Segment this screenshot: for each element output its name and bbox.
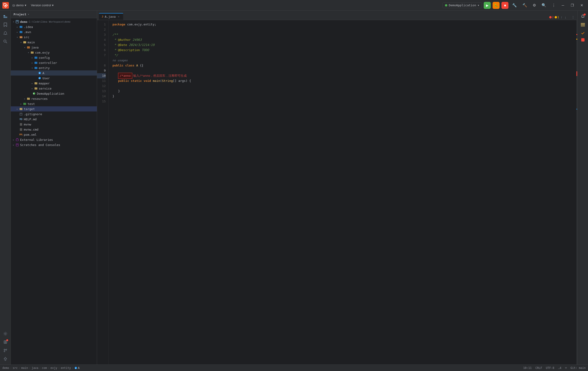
- close-button[interactable]: ✕: [578, 2, 586, 8]
- folder-icon: [30, 51, 34, 54]
- run-config-selector[interactable]: DemoApplication ▾: [442, 2, 482, 8]
- breadcrumb-current[interactable]: AA: [74, 366, 80, 370]
- run-button[interactable]: ▶: [484, 2, 491, 9]
- breadcrumb-item[interactable]: entity: [61, 366, 71, 370]
- tree-item-demo[interactable]: ▾ demo C:\Code\Idea Workspace\demo: [11, 19, 97, 24]
- nav-up-button[interactable]: ↑: [560, 15, 563, 20]
- tree-item-mapper[interactable]: ▸ mapper: [11, 81, 97, 86]
- tools-button[interactable]: 🔧: [510, 2, 519, 8]
- tree-item-java[interactable]: ▾ java: [11, 45, 97, 50]
- stop-button[interactable]: ■: [501, 2, 508, 9]
- libraries-icon: [15, 138, 19, 142]
- tree-item-idea[interactable]: ▸ .idea: [11, 24, 97, 29]
- sidebar-icon-git[interactable]: [2, 347, 9, 354]
- tree-arrow: ▸: [23, 97, 27, 101]
- project-panel-title: Project: [13, 13, 26, 16]
- version-control-menu[interactable]: Version control ▾: [30, 3, 55, 8]
- entity-icon: [34, 66, 38, 70]
- editor-area: J A.java ✕ 2 1 ↑ ↓ ⋮: [97, 11, 577, 364]
- code-editor[interactable]: 1 2 3 4 5 6 7 8 9 10 11 12 13 14 15 p: [97, 20, 577, 364]
- tree-item-HELP-md[interactable]: MD HELP.md: [11, 117, 97, 122]
- code-line-8: public class A {|: [113, 63, 570, 68]
- tree-item-com-evjy[interactable]: ▾ com.evjy: [11, 50, 97, 55]
- code-content[interactable]: package com.evjy.entity; /** * @Author 2…: [109, 20, 574, 364]
- tree-item-ext-libs[interactable]: ▸ External Libraries: [11, 137, 97, 142]
- tree-label: controller: [39, 61, 57, 65]
- sidebar-icon-find[interactable]: [2, 38, 9, 45]
- tree-arrow: ▸: [12, 138, 15, 142]
- src-icon: src: [19, 35, 23, 39]
- minimize-button[interactable]: ─: [559, 2, 567, 8]
- project-panel-header[interactable]: Project ▾: [11, 11, 97, 18]
- error-indicators: 2 1 ↑ ↓: [549, 15, 567, 20]
- tree-item-mvnw-cmd[interactable]: mvnw.cmd: [11, 127, 97, 132]
- tree-item-service[interactable]: ▸ service: [11, 86, 97, 91]
- git-branch[interactable]: Git: main: [570, 366, 586, 370]
- hamburger-button[interactable]: [579, 21, 587, 29]
- nav-down-button[interactable]: ↓: [564, 15, 567, 20]
- tree-arrow: ▸: [15, 25, 19, 29]
- tree-item-A[interactable]: A A: [11, 71, 97, 76]
- md-icon: MD: [19, 117, 23, 121]
- title-bar: 🗂 demo ▾ Version control ▾ DemoApplicati…: [0, 0, 588, 11]
- tree-item-mvnw[interactable]: mvnw: [11, 122, 97, 127]
- checkmark-button[interactable]: [579, 29, 587, 37]
- tree-label: test: [28, 102, 35, 106]
- code-line-13: }: [113, 89, 570, 94]
- tree-label: HELP.md: [24, 118, 37, 121]
- tab-A-java[interactable]: J A.java ✕: [99, 13, 123, 20]
- tree-arrow: [15, 123, 19, 126]
- sidebar-icon-bookmarks[interactable]: [2, 21, 9, 29]
- breadcrumb: demo › src › main › java › com › evjy › …: [2, 366, 80, 370]
- tree-item-entity[interactable]: ▾ entity: [11, 65, 97, 71]
- sidebar-icon-debug[interactable]: [2, 338, 9, 346]
- indent-setting[interactable]: ⎵4: [558, 366, 561, 370]
- project-menu[interactable]: 🗂 demo ▾: [11, 3, 28, 8]
- tree-label: mapper: [39, 82, 50, 85]
- tree-label: .gitignore: [24, 112, 42, 116]
- tree-item-DemoApplication[interactable]: D DemoApplication: [11, 91, 97, 96]
- tree-item-test[interactable]: ▸ test: [11, 101, 97, 106]
- tree-item-mvn[interactable]: ▸ .mvn: [11, 29, 97, 34]
- breadcrumb-item[interactable]: main: [21, 366, 28, 370]
- sidebar-icon-notifications[interactable]: [2, 29, 9, 37]
- svg-rect-37: [20, 128, 22, 131]
- folder-icon: [23, 102, 27, 106]
- sidebar-icon-project[interactable]: [2, 13, 9, 20]
- cursor-position[interactable]: 10:11: [523, 366, 532, 370]
- tree-item-gitignore[interactable]: .gitignore: [11, 112, 97, 117]
- code-line-6: * @Description TODO: [113, 48, 570, 53]
- tree-item-User[interactable]: U User: [11, 76, 97, 81]
- tree-item-controller[interactable]: ▸ controller: [11, 60, 97, 65]
- restore-button[interactable]: ❐: [568, 2, 576, 8]
- breadcrumb-item[interactable]: evjy: [50, 366, 57, 370]
- tab-close-button[interactable]: ✕: [117, 15, 120, 18]
- breadcrumb-item[interactable]: src: [13, 366, 18, 370]
- editor-options-button[interactable]: ⋮: [571, 15, 575, 20]
- readonly-indicator[interactable]: ⌨: [565, 366, 567, 370]
- encoding[interactable]: UTF-8: [546, 366, 554, 370]
- sidebar-icon-settings[interactable]: [2, 330, 9, 337]
- config-icon: [34, 56, 38, 60]
- debug-tools-button[interactable]: ⚙: [531, 2, 538, 8]
- sidebar-icon-deploy[interactable]: [2, 355, 9, 363]
- breadcrumb-item[interactable]: com: [42, 366, 47, 370]
- tree-label: pom.xml: [24, 133, 37, 136]
- tree-item-main[interactable]: ▾ main: [11, 40, 97, 45]
- notifications-button[interactable]: [579, 13, 587, 20]
- tree-item-resources[interactable]: ▸ resources: [11, 96, 97, 101]
- run-tools-button[interactable]: 🔨: [521, 2, 529, 8]
- line-ending[interactable]: CRLF: [535, 366, 542, 370]
- tree-item-scratches[interactable]: ▸ Scratches and Consoles: [11, 142, 97, 147]
- search-everywhere-button[interactable]: 🔍: [540, 2, 548, 8]
- debug-button[interactable]: 🐛: [493, 2, 500, 9]
- more-options-button[interactable]: ⋮: [550, 2, 557, 8]
- tree-item-src[interactable]: ▾ src src: [11, 34, 97, 40]
- editor-tabs: J A.java ✕ 2 1 ↑ ↓ ⋮: [97, 11, 577, 20]
- code-line-9: [113, 68, 570, 73]
- tree-item-config[interactable]: ▸ config: [11, 55, 97, 60]
- tree-item-pom-xml[interactable]: XML pom.xml: [11, 132, 97, 137]
- tree-item-target[interactable]: ▸ target: [11, 106, 97, 112]
- breadcrumb-item[interactable]: demo: [2, 366, 9, 370]
- breadcrumb-item[interactable]: java: [32, 366, 38, 370]
